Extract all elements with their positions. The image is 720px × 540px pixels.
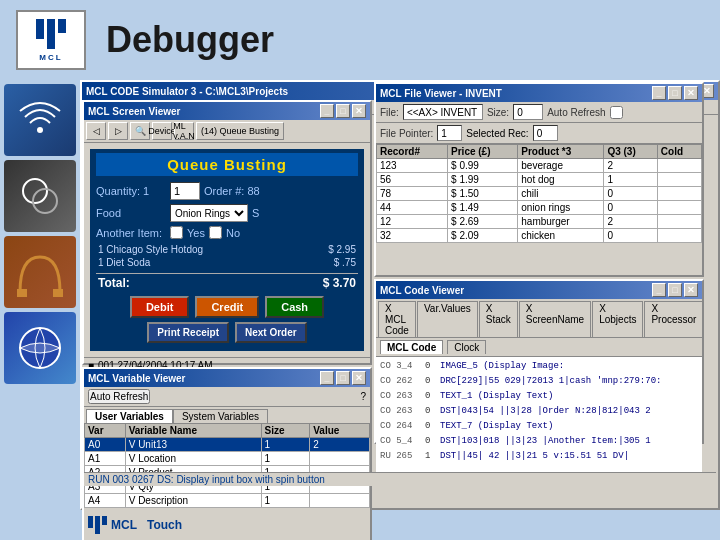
cv-tab[interactable]: X Lobjects — [592, 301, 643, 337]
cash-button[interactable]: Cash — [265, 296, 324, 318]
item1-name: 1 Chicago Style Hotdog — [98, 244, 203, 255]
sv-search-btn[interactable]: 🔍 — [130, 122, 150, 140]
cv-min-btn[interactable]: _ — [652, 283, 666, 297]
food-row: Food Onion Rings S — [96, 204, 358, 222]
quantity-input[interactable] — [170, 182, 200, 200]
sv-queue-btn[interactable]: (14) Queue Busting — [196, 122, 284, 140]
bottom-bar: MCL Touch — [80, 514, 720, 536]
fv-table-row: 32$ 2.09chicken0 — [377, 229, 702, 243]
cv-subtabs: MCL Code Clock — [376, 338, 702, 357]
svg-point-0 — [37, 127, 43, 133]
cv-line: CO 3_40IMAGE_5 (Display Image: — [380, 359, 698, 374]
item2-row: 1 Diet Soda $ .75 — [96, 256, 358, 269]
queue-title: Queue Busting — [96, 153, 358, 176]
fv-max-btn[interactable]: □ — [668, 86, 682, 100]
wifi-icon — [15, 95, 65, 145]
logo-bar-1 — [36, 19, 44, 39]
fv-selected-label: Selected Rec: — [466, 128, 528, 139]
circles-icon — [15, 171, 65, 221]
credit-button[interactable]: Credit — [195, 296, 259, 318]
thumb-circles — [4, 160, 76, 232]
fv-table-row: 56$ 1.99hot dog1 — [377, 173, 702, 187]
sv-back-btn[interactable]: ◁ — [86, 122, 106, 140]
fv-file-label: File: — [380, 107, 399, 118]
vv-header-row: Var Variable Name Size Value — [85, 424, 370, 438]
page-title: Debugger — [106, 19, 274, 61]
vv-max-btn[interactable]: □ — [336, 371, 350, 385]
logo-box: MCL — [16, 10, 86, 70]
cv-tab[interactable]: X Processor — [644, 301, 703, 337]
another-row: Another Item: Yes No — [96, 226, 358, 239]
vv-tab[interactable]: User Variables — [86, 409, 173, 423]
fv-min-btn[interactable]: _ — [652, 86, 666, 100]
sv-max-btn[interactable]: □ — [336, 104, 350, 118]
item1-row: 1 Chicago Style Hotdog $ 2.95 — [96, 243, 358, 256]
next-order-button[interactable]: Next Order — [235, 322, 307, 343]
print-receipt-button[interactable]: Print Receipt — [147, 322, 229, 343]
screen-viewer-window: MCL Screen Viewer _ □ ✕ ◁ ▷ 🔍 Device ML … — [82, 100, 372, 365]
run-status-text: RUN 003 0267 DS: Display input box with … — [88, 474, 325, 485]
fv-selected-input[interactable] — [533, 125, 558, 141]
svg-point-2 — [33, 189, 57, 213]
no-checkbox[interactable] — [209, 226, 222, 239]
cv-tab[interactable]: X ScreenName — [519, 301, 591, 337]
vv-min-btn[interactable]: _ — [320, 371, 334, 385]
food-select[interactable]: Onion Rings — [170, 204, 248, 222]
vv-autorefresh-btn[interactable]: Auto Refresh — [88, 389, 150, 404]
thumbnails-panel — [0, 80, 80, 388]
touch-label: Touch — [147, 518, 182, 532]
cv-tab[interactable]: X Stack — [479, 301, 518, 337]
vv-table-row: A4V Description1 — [85, 494, 370, 508]
yes-label: Yes — [187, 227, 205, 239]
vv-tab[interactable]: System Variables — [173, 409, 268, 423]
item1-price: $ 2.95 — [328, 244, 356, 255]
vv-close-btn[interactable]: ✕ — [352, 371, 366, 385]
sv-device-btn[interactable]: Device — [152, 122, 172, 140]
cv-max-btn[interactable]: □ — [668, 283, 682, 297]
fv-header-row: Record# Price (£) Product *3 Q3 (3) Cold — [377, 145, 702, 159]
vv-col-var: Var — [85, 424, 126, 438]
mcl-bars-small — [88, 516, 107, 534]
svg-rect-3 — [17, 289, 27, 297]
fv-autorefresh-checkbox[interactable] — [610, 106, 623, 119]
fv-file-input[interactable] — [403, 104, 483, 120]
food-label: Food — [96, 207, 166, 219]
fv-size-input[interactable] — [513, 104, 543, 120]
fv-pointer-input[interactable] — [437, 125, 462, 141]
logo-bars — [36, 19, 66, 49]
cv-tab[interactable]: Var.Values — [417, 301, 478, 337]
sv-forward-btn[interactable]: ▷ — [108, 122, 128, 140]
debit-button[interactable]: Debit — [130, 296, 190, 318]
cv-content: CO 3_40IMAGE_5 (Display Image:CO 2620DRC… — [376, 357, 702, 472]
sv-ml-btn[interactable]: ML v.A.N — [174, 122, 194, 140]
cv-subtab-mclcode[interactable]: MCL Code — [380, 340, 443, 354]
fv-col-record: Record# — [377, 145, 448, 159]
mcl-logo-small: MCL — [88, 516, 137, 534]
vv-col-size: Size — [261, 424, 310, 438]
total-row: Total: $ 3.70 — [96, 273, 358, 292]
fv-close-btn[interactable]: ✕ — [684, 86, 698, 100]
sv-close-btn[interactable]: ✕ — [352, 104, 366, 118]
fv-size-label: Size: — [487, 107, 509, 118]
file-viewer-window: MCL File Viewer - INVENT _ □ ✕ File: Siz… — [374, 82, 704, 277]
screen-viewer-titlebar: MCL Screen Viewer _ □ ✕ — [84, 102, 370, 120]
vv-table-row: A0V Unit1312 — [85, 438, 370, 452]
action-btn-row: Print Receipt Next Order — [96, 322, 358, 343]
cv-subtab-clock[interactable]: Clock — [447, 340, 486, 354]
cv-tab[interactable]: X MCL Code — [378, 301, 416, 337]
vv-table-container: Var Variable Name Size Value A0V Unit131… — [84, 423, 370, 513]
another-label: Another Item: — [96, 227, 166, 239]
vv-table-row: A1V Location1 — [85, 452, 370, 466]
yes-checkbox[interactable] — [170, 226, 183, 239]
fv-table-row: 123$ 0.99beverage2 — [377, 159, 702, 173]
cv-close-btn[interactable]: ✕ — [684, 283, 698, 297]
total-label: Total: — [98, 276, 130, 290]
total-value: $ 3.70 — [323, 276, 356, 290]
code-viewer-title: MCL Code Viewer — [380, 285, 652, 296]
main-content: MCL CODE Simulator 3 - C:\MCL3\Projects … — [80, 80, 720, 540]
cv-line: CO 2640TEXT_7 (Display Text) — [380, 419, 698, 434]
sv-min-btn[interactable]: _ — [320, 104, 334, 118]
logo-text: MCL — [39, 53, 62, 62]
vv-toolbar-help[interactable]: ? — [360, 391, 366, 402]
logo-inner: MCL — [36, 19, 66, 62]
